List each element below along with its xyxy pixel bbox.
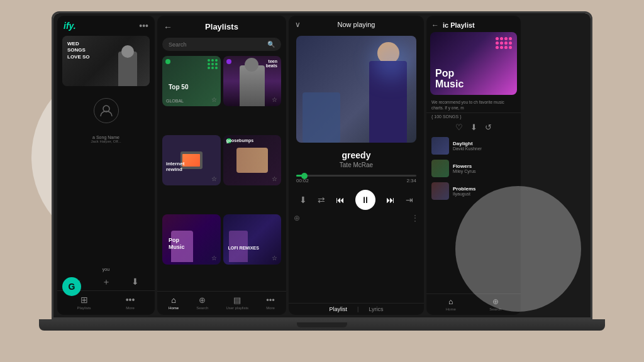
screen-content: ify. ••• WEDSONGSLOVE SO — [53, 13, 591, 317]
like-button[interactable]: ♡ — [455, 123, 463, 132]
home-label: Home — [169, 306, 179, 310]
wedding-card[interactable]: WEDSONGSLOVE SO — [62, 36, 150, 86]
playlist-title: ic Playlist — [443, 21, 475, 29]
nav-search[interactable]: ⊕ Search — [196, 295, 208, 310]
goosebumps-label: goosebumps — [226, 138, 254, 143]
add-icon[interactable]: ＋ — [102, 277, 111, 288]
panel-now-playing: ∨ Now playing greedy Tate McRae — [289, 16, 424, 315]
chair-prop — [303, 92, 340, 143]
playlist-goosebumps[interactable]: goosebumps ☆ — [223, 135, 282, 185]
next-control[interactable]: ⏭ — [386, 195, 395, 205]
playlist-teen-beats[interactable]: teenbeats ☆ — [223, 56, 282, 106]
nav-user-playlists[interactable]: ▤ User playlists — [226, 295, 248, 310]
download-icon[interactable]: ⬇ — [131, 277, 139, 288]
add-control[interactable]: ⊕ — [294, 214, 300, 222]
user-playlists-icon: ▤ — [233, 295, 241, 305]
teen-beats-star[interactable]: ☆ — [272, 96, 277, 103]
pop-music-title: PopMusic — [435, 68, 464, 90]
panel1-header: ify. ••• — [57, 16, 155, 33]
playlist-internet-rewind[interactable]: internetrewind ☆ — [162, 135, 221, 185]
app-logo: ify. — [64, 21, 76, 31]
search-input[interactable] — [169, 41, 267, 48]
total-time: 2:34 — [406, 178, 416, 184]
options-icon[interactable]: ⋮ — [411, 214, 419, 222]
prev-control[interactable]: ⏮ — [336, 195, 345, 205]
flowers-info: Flowers Miley Cyrus — [453, 163, 516, 173]
tab-divider: | — [357, 306, 358, 312]
teal-button[interactable]: G — [62, 277, 81, 296]
nav-more[interactable]: ••• More — [126, 295, 135, 310]
flowers-name: Flowers — [453, 163, 516, 169]
download-control[interactable]: ⬇ — [299, 195, 307, 205]
search-bar[interactable]: 🔍 — [162, 38, 281, 51]
track-problems[interactable]: Problems Ilyaugust — [426, 180, 521, 202]
playlist-actions: ♡ ⬇ ↺ — [426, 120, 521, 134]
laptop-base — [39, 319, 605, 331]
card-image: WEDSONGSLOVE SO — [62, 36, 150, 86]
track-list: Daylight David Kushner Flowers Miley Cyr… — [426, 134, 521, 293]
top50-star[interactable]: ☆ — [211, 96, 217, 103]
pop-music-label: PopMusic — [166, 234, 187, 253]
tab-lyrics[interactable]: Lyrics — [369, 306, 383, 312]
back-button[interactable]: ← — [164, 22, 172, 32]
internet-rewind-star[interactable]: ☆ — [211, 175, 217, 182]
green-badge — [165, 59, 170, 64]
top50-label: Top 50 — [166, 81, 191, 94]
you-label: you — [57, 265, 155, 274]
controls-row1: ⬇ ⇄ ⏮ ⏸ ⏭ ⇥ — [289, 187, 424, 212]
pause-button[interactable]: ⏸ — [355, 190, 375, 210]
problems-name: Problems — [453, 186, 516, 192]
track-daylight[interactable]: Daylight David Kushner — [426, 134, 521, 157]
panel4-bottom-nav: ⌂ Home ⊕ Search — [426, 293, 521, 315]
shuffle-control[interactable]: ⇄ — [318, 195, 325, 205]
nav-more2[interactable]: ••• More — [266, 295, 275, 310]
more-label: More — [126, 306, 135, 310]
p4-search-icon: ⊕ — [492, 297, 499, 306]
nav-playlists[interactable]: ⊞ Playlists — [77, 295, 91, 310]
goosebumps-star[interactable]: ☆ — [272, 175, 277, 182]
purple-badge — [226, 59, 231, 64]
playlist-lofi[interactable]: LOFI REMIXES ☆ — [223, 214, 282, 265]
lofi-star[interactable]: ☆ — [272, 255, 277, 261]
more-label2: More — [266, 306, 275, 310]
panel-playlists: ← Playlists 🔍 — [157, 16, 286, 315]
song-count: { 100 SONGS } — [426, 112, 521, 120]
flowers-thumb — [431, 160, 449, 177]
more-icon[interactable]: ••• — [139, 21, 148, 31]
home-icon: ⌂ — [171, 295, 176, 305]
playlist-pop-music[interactable]: PopMusic ☆ — [162, 214, 221, 265]
panel3-header: ∨ Now playing — [289, 16, 424, 33]
track-flowers[interactable]: Flowers Miley Cyrus — [426, 157, 521, 180]
dots-decoration — [208, 59, 218, 69]
progress-track — [296, 175, 416, 177]
cast-control[interactable]: ⇥ — [406, 195, 413, 205]
panel4-header: ← ic Playlist — [426, 16, 521, 32]
playlist-top50[interactable]: Top 50 GLOBAL ☆ — [162, 56, 221, 106]
p4-nav-home[interactable]: ⌂ Home — [446, 297, 456, 311]
shuffle-button[interactable]: ↺ — [485, 123, 492, 132]
girl-silhouette — [240, 65, 265, 106]
internet-rewind-label: internetrewind — [166, 161, 184, 173]
nav-home[interactable]: ⌂ Home — [169, 295, 179, 310]
hero-banner: PopMusic — [430, 32, 517, 95]
top50-sub: GLOBAL — [166, 99, 184, 103]
progress-bar[interactable]: 00:02 2:34 — [296, 175, 416, 185]
download-button[interactable]: ⬇ — [470, 123, 477, 132]
playlists-title: Playlists — [205, 22, 238, 31]
chevron-down-icon[interactable]: ∨ — [295, 20, 301, 29]
panel2-header: ← Playlists — [157, 16, 286, 38]
user-area — [57, 89, 155, 133]
tab-playlist[interactable]: Playlist — [329, 306, 347, 312]
daylight-name: Daylight — [453, 141, 516, 146]
panel4-back-button[interactable]: ← — [431, 21, 439, 30]
p4-nav-search[interactable]: ⊕ Search — [489, 297, 501, 311]
lofi-label: LOFI REMIXES — [226, 243, 262, 253]
panel2-bottom-nav: ⌂ Home ⊕ Search ▤ User playlists ••• Mor… — [157, 291, 286, 315]
panel-home: ify. ••• WEDSONGSLOVE SO — [57, 16, 155, 315]
progress-thumb — [301, 173, 308, 179]
pop-music-star[interactable]: ☆ — [211, 255, 217, 261]
teen-beats-label: teenbeats — [266, 59, 277, 68]
playlist-grid: Top 50 GLOBAL ☆ teenbeats ☆ — [157, 56, 286, 291]
now-playing-title: Now playing — [338, 21, 375, 28]
album-art — [296, 36, 416, 143]
